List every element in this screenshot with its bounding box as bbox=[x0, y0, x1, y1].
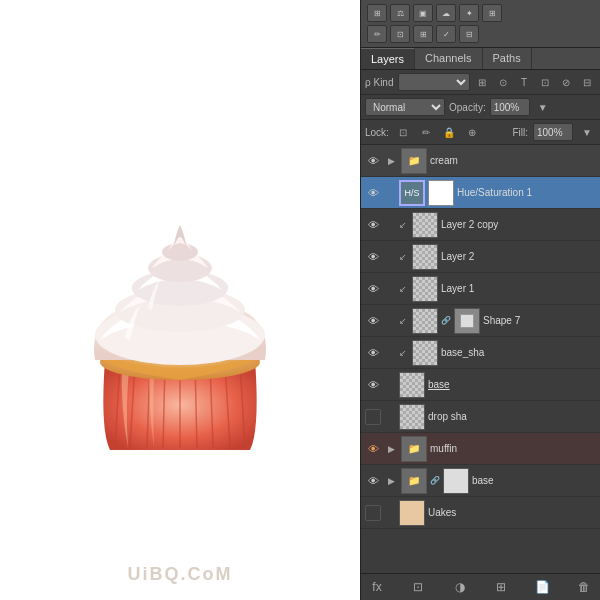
layer-base[interactable]: 👁 base bbox=[361, 369, 600, 401]
layers-list: 👁 ▶ 📁 cream 👁 H/S Hue/Saturation 1 👁 ↙ L… bbox=[361, 145, 600, 573]
opacity-input[interactable] bbox=[490, 98, 530, 116]
opacity-arrow[interactable]: ▼ bbox=[534, 98, 552, 116]
tool-btn-3[interactable]: ▣ bbox=[413, 4, 433, 22]
new-group-button[interactable]: ⊞ bbox=[491, 578, 511, 596]
layer-name-base-sha: base_sha bbox=[441, 347, 596, 358]
blend-mode-select[interactable]: Normal bbox=[365, 98, 445, 116]
group-arrow-base: ▶ bbox=[384, 474, 398, 488]
filter-icon-3[interactable]: T bbox=[515, 73, 533, 91]
layer-background[interactable]: Uakes bbox=[361, 497, 600, 529]
lock-row: Lock: ⊡ ✏ 🔒 ⊕ Fill: ▼ bbox=[361, 120, 600, 145]
eye-layer2copy[interactable]: 👁 bbox=[365, 217, 381, 233]
lock-position-icon[interactable]: 🔒 bbox=[440, 123, 458, 141]
tool-btn-2[interactable]: ⚖ bbox=[390, 4, 410, 22]
layer-cream-group[interactable]: 👁 ▶ 📁 cream bbox=[361, 145, 600, 177]
filter-select[interactable] bbox=[398, 73, 470, 91]
eye-muffin-group[interactable]: 👁 bbox=[365, 441, 381, 457]
fill-arrow[interactable]: ▼ bbox=[578, 123, 596, 141]
tool-btn-5[interactable]: ✦ bbox=[459, 4, 479, 22]
svg-point-14 bbox=[162, 243, 198, 261]
add-mask-button[interactable]: ⊡ bbox=[408, 578, 428, 596]
tool-btn-10[interactable]: ✓ bbox=[436, 25, 456, 43]
eye-base-sha[interactable]: 👁 bbox=[365, 345, 381, 361]
layer-name-layer1: Layer 1 bbox=[441, 283, 596, 294]
layer-shape7[interactable]: 👁 ↙ 🔗 Shape 7 bbox=[361, 305, 600, 337]
layer-name-muffin: muffin bbox=[430, 443, 596, 454]
tool-btn-4[interactable]: ☁ bbox=[436, 4, 456, 22]
blend-row: Normal Opacity: ▼ bbox=[361, 95, 600, 120]
eye-shape7[interactable]: 👁 bbox=[365, 313, 381, 329]
lock-all-icon[interactable]: ⊕ bbox=[463, 123, 481, 141]
layer-hue-sat[interactable]: 👁 H/S Hue/Saturation 1 bbox=[361, 177, 600, 209]
eye-base-group[interactable]: 👁 bbox=[365, 473, 381, 489]
eye-cream-group[interactable]: 👁 bbox=[365, 153, 381, 169]
filter-label: ρ Kind bbox=[365, 77, 393, 88]
eye-hue-sat[interactable]: 👁 bbox=[365, 185, 381, 201]
tab-channels[interactable]: Channels bbox=[415, 48, 482, 69]
layer-muffin-group[interactable]: 👁 ▶ 📁 muffin bbox=[361, 433, 600, 465]
eye-layer2[interactable]: 👁 bbox=[365, 249, 381, 265]
filter-icon-1[interactable]: ⊞ bbox=[473, 73, 491, 91]
eye-base[interactable]: 👁 bbox=[365, 377, 381, 393]
tool-btn-1[interactable]: ⊞ bbox=[367, 4, 387, 22]
tool-btn-6[interactable]: ⊞ bbox=[482, 4, 502, 22]
lock-label: Lock: bbox=[365, 127, 389, 138]
fx-button[interactable]: fx bbox=[367, 578, 387, 596]
layer-name-background: Uakes bbox=[428, 507, 596, 518]
layer-name-layer2copy: Layer 2 copy bbox=[441, 219, 596, 230]
layer-name-layer2: Layer 2 bbox=[441, 251, 596, 262]
tab-paths[interactable]: Paths bbox=[483, 48, 532, 69]
watermark: UiBQ.CoM bbox=[128, 564, 233, 585]
group-arrow-muffin: ▶ bbox=[384, 442, 398, 456]
layer-drop-sha[interactable]: drop sha bbox=[361, 401, 600, 433]
eye-background[interactable] bbox=[365, 505, 381, 521]
cupcake-image bbox=[40, 140, 320, 460]
layer-2[interactable]: 👁 ↙ Layer 2 bbox=[361, 241, 600, 273]
new-layer-button[interactable]: 📄 bbox=[533, 578, 553, 596]
tool-btn-7[interactable]: ✏ bbox=[367, 25, 387, 43]
fill-label: Fill: bbox=[512, 127, 528, 138]
layer-base-group[interactable]: 👁 ▶ 📁 🔗 base bbox=[361, 465, 600, 497]
lock-image-icon[interactable]: ✏ bbox=[417, 123, 435, 141]
right-panel: ⊞ ⚖ ▣ ☁ ✦ ⊞ ✏ ⊡ ⊞ ✓ ⊟ Layers Channels Pa… bbox=[360, 0, 600, 600]
filter-icon-6[interactable]: ⊟ bbox=[578, 73, 596, 91]
delete-layer-button[interactable]: 🗑 bbox=[574, 578, 594, 596]
eye-layer1[interactable]: 👁 bbox=[365, 281, 381, 297]
canvas-area: UiBQ.CoM bbox=[0, 0, 360, 600]
toolbar-icons: ⊞ ⚖ ▣ ☁ ✦ ⊞ ✏ ⊡ ⊞ ✓ ⊟ bbox=[361, 0, 600, 48]
adjustment-button[interactable]: ◑ bbox=[450, 578, 470, 596]
layer-base-sha[interactable]: 👁 ↙ base_sha bbox=[361, 337, 600, 369]
tabs: Layers Channels Paths bbox=[361, 48, 600, 70]
filter-icon-2[interactable]: ⊙ bbox=[494, 73, 512, 91]
filter-icon-5[interactable]: ⊘ bbox=[557, 73, 575, 91]
layer-name-hue-sat: Hue/Saturation 1 bbox=[457, 187, 596, 198]
tool-btn-11[interactable]: ⊟ bbox=[459, 25, 479, 43]
opacity-label: Opacity: bbox=[449, 102, 486, 113]
toolbar-row-1: ⊞ ⚖ ▣ ☁ ✦ ⊞ bbox=[367, 4, 594, 22]
tool-btn-8[interactable]: ⊡ bbox=[390, 25, 410, 43]
eye-drop-sha[interactable] bbox=[365, 409, 381, 425]
group-arrow-cream: ▶ bbox=[384, 154, 398, 168]
filter-icon-4[interactable]: ⊡ bbox=[536, 73, 554, 91]
filter-row: ρ Kind ⊞ ⊙ T ⊡ ⊘ ⊟ bbox=[361, 70, 600, 95]
layer-2-copy[interactable]: 👁 ↙ Layer 2 copy bbox=[361, 209, 600, 241]
lock-transparent-icon[interactable]: ⊡ bbox=[394, 123, 412, 141]
bottom-panel: fx ⊡ ◑ ⊞ 📄 🗑 bbox=[361, 573, 600, 600]
fill-input[interactable] bbox=[533, 123, 573, 141]
layer-name-base: base bbox=[428, 379, 596, 390]
layer-name-shape7: Shape 7 bbox=[483, 315, 596, 326]
layer-name-base-group: base bbox=[472, 475, 596, 486]
layer-name-drop-sha: drop sha bbox=[428, 411, 596, 422]
tool-btn-9[interactable]: ⊞ bbox=[413, 25, 433, 43]
layer-1[interactable]: 👁 ↙ Layer 1 bbox=[361, 273, 600, 305]
toolbar-row-2: ✏ ⊡ ⊞ ✓ ⊟ bbox=[367, 25, 594, 43]
tab-layers[interactable]: Layers bbox=[361, 48, 415, 69]
layer-name-cream: cream bbox=[430, 155, 596, 166]
